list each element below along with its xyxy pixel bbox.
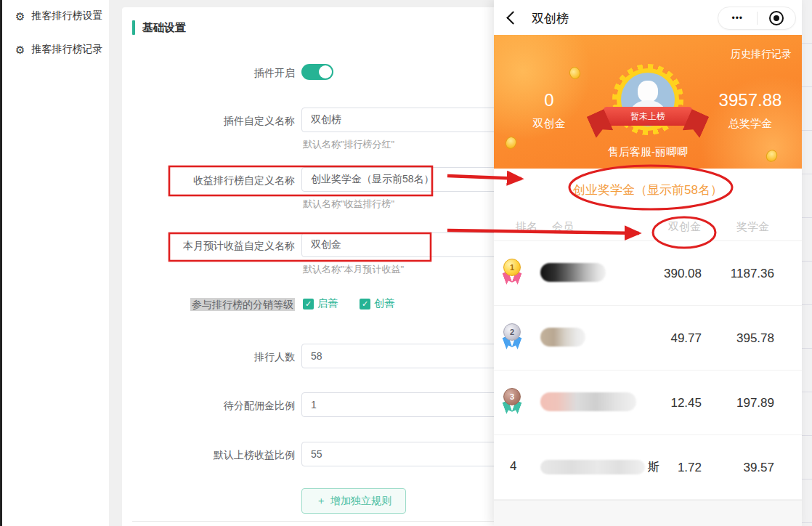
rank-number: 4 bbox=[510, 459, 516, 474]
user-nickname: 售后客服-丽唧唧 bbox=[494, 145, 802, 159]
sidebar: ⚙ 推客排行榜设置 ⚙ 推客排行榜记录 bbox=[2, 0, 109, 526]
field-hint: 默认名称"收益排行榜" bbox=[303, 198, 394, 211]
checkbox-level-2[interactable]: ✓ 创善 bbox=[360, 297, 394, 310]
plugin-toggle[interactable] bbox=[301, 64, 333, 80]
my-earning-stat: 0 双创金 bbox=[520, 92, 578, 131]
levels-label: 参与排行榜的分销等级 bbox=[122, 299, 295, 312]
screen: ⚙ 推客排行榜设置 ⚙ 推客排行榜记录 基础设置 插件开启 插件自定义名称 默认… bbox=[0, 0, 812, 526]
plus-icon: ＋ bbox=[316, 495, 326, 508]
checkbox-check-icon: ✓ bbox=[360, 299, 370, 309]
gear-icon: ⚙ bbox=[15, 11, 25, 22]
section-title: 基础设置 bbox=[142, 21, 186, 35]
field-label-plugin-name: 插件自定义名称 bbox=[122, 115, 295, 128]
sidebar-item-label: 推客排行榜设置 bbox=[31, 9, 102, 23]
plugin-toggle-label: 插件开启 bbox=[122, 67, 295, 80]
award-value: 395.78 bbox=[736, 331, 774, 346]
earning-value: 12.45 bbox=[670, 396, 702, 410]
sidebar-item-ranking-records[interactable]: ⚙ 推客排行榜记录 bbox=[15, 43, 102, 56]
levels-label-text: 参与排行榜的分销等级 bbox=[190, 298, 295, 311]
field-label-income-rank-name: 收益排行榜自定义名称 bbox=[122, 174, 295, 187]
col-header-member: 会员 bbox=[552, 220, 574, 234]
field-label-default-income-ratio: 默认上榜收益比例 bbox=[122, 449, 295, 462]
my-earning-label: 双创金 bbox=[520, 117, 578, 131]
ranking-banner: 历史排行记录 0 双创金 3957.88 总奖学金 暂未上榜 售后客服-丽唧唧 bbox=[494, 35, 802, 169]
add-rule-label: 增加独立规则 bbox=[330, 495, 391, 508]
section-accent-bar bbox=[132, 20, 135, 35]
checkbox-check-icon: ✓ bbox=[303, 299, 314, 309]
ranking-list-title: 创业奖学金（显示前58名） bbox=[494, 169, 802, 211]
ranking-table-header: 排名 会员 双创金 奖学金 bbox=[494, 211, 802, 241]
table-row: 3 12.45 197.89 bbox=[494, 371, 802, 435]
earning-value: 49.77 bbox=[670, 331, 702, 346]
wechat-capsule: ••• bbox=[718, 7, 796, 30]
field-hint: 默认名称"排行榜分红" bbox=[303, 138, 394, 151]
rank-number: 3 bbox=[503, 388, 521, 405]
sidebar-item-label: 推客排行榜记录 bbox=[31, 43, 102, 56]
mobile-nav-bar: 双创榜 ••• bbox=[494, 0, 802, 35]
rank-number: 2 bbox=[503, 323, 521, 341]
blurred-member-name bbox=[540, 392, 636, 411]
col-header-rank: 排名 bbox=[516, 220, 537, 234]
coin-icon bbox=[568, 65, 582, 81]
field-label-rank-count: 排行人数 bbox=[122, 351, 295, 364]
history-record-link[interactable]: 历史排行记录 bbox=[731, 48, 792, 61]
sidebar-item-ranking-settings[interactable]: ⚙ 推客排行榜设置 bbox=[15, 9, 102, 23]
award-value: 197.89 bbox=[736, 396, 774, 410]
bronze-medal-icon: 3 bbox=[503, 388, 521, 416]
table-row: 2 49.77 395.78 bbox=[494, 306, 802, 371]
level-checkbox-group: ✓ 启善 ✓ 创善 bbox=[303, 297, 394, 310]
more-menu-icon[interactable]: ••• bbox=[718, 13, 757, 23]
section-header: 基础设置 bbox=[132, 20, 186, 35]
col-header-award: 奖学金 bbox=[736, 220, 769, 234]
add-rule-button[interactable]: ＋ 增加独立规则 bbox=[301, 488, 406, 514]
table-row: 1 390.08 1187.36 bbox=[494, 241, 802, 306]
silver-medal-icon: 2 bbox=[503, 323, 521, 351]
page-edge-strip bbox=[802, 0, 812, 526]
blurred-member-name bbox=[540, 328, 585, 347]
earning-value: 390.08 bbox=[664, 267, 702, 281]
field-label-commission-ratio: 待分配佣金比例 bbox=[122, 400, 295, 413]
total-award-value: 3957.88 bbox=[710, 92, 790, 109]
blurred-member-name bbox=[540, 263, 606, 282]
checkbox-label: 启善 bbox=[317, 297, 338, 310]
total-award-stat: 3957.88 总奖学金 bbox=[710, 92, 790, 131]
mobile-preview-panel: 双创榜 ••• 历史排行记录 0 双创金 3957.88 总奖学金 bbox=[494, 0, 802, 526]
field-label-month-income-name: 本月预计收益自定义名称 bbox=[122, 240, 295, 253]
award-value: 1187.36 bbox=[731, 267, 774, 281]
toggle-knob bbox=[319, 65, 332, 78]
back-icon[interactable] bbox=[506, 11, 519, 24]
total-award-label: 总奖学金 bbox=[710, 117, 790, 131]
member-name-suffix: 斯 bbox=[648, 460, 659, 475]
gold-medal-icon: 1 bbox=[503, 259, 521, 286]
earning-value: 1.72 bbox=[678, 461, 702, 475]
mobile-footer bbox=[494, 500, 802, 526]
table-row: 4 斯 1.72 39.57 bbox=[494, 435, 802, 500]
my-earning-value: 0 bbox=[520, 92, 578, 109]
award-value: 39.57 bbox=[743, 461, 774, 475]
not-ranked-badge: 暂未上榜 bbox=[602, 107, 694, 126]
col-header-earning: 双创金 bbox=[668, 220, 701, 234]
blurred-member-name bbox=[540, 460, 645, 474]
checkbox-level-1[interactable]: ✓ 启善 bbox=[303, 297, 338, 310]
close-circle-icon[interactable] bbox=[758, 11, 796, 25]
field-hint: 默认名称"本月预计收益" bbox=[303, 263, 404, 276]
mobile-page-title: 双创榜 bbox=[532, 10, 569, 27]
rank-number: 1 bbox=[503, 259, 521, 276]
gear-icon: ⚙ bbox=[15, 44, 25, 55]
checkbox-label: 创善 bbox=[374, 297, 394, 310]
